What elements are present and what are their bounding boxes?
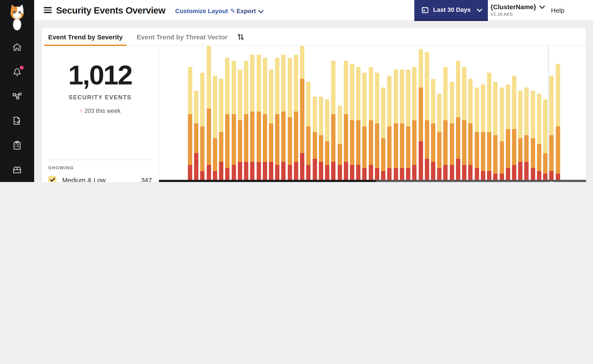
stacked-bar-day — [194, 91, 198, 180]
cluster-version: V1.26 AKS — [491, 11, 544, 17]
pencil-icon: ✎ — [230, 7, 235, 14]
stacked-bar-day — [462, 67, 466, 180]
stacked-bar-day — [344, 61, 348, 180]
stacked-bar-day — [319, 97, 323, 180]
showing-label: SHOWING — [48, 165, 74, 170]
sidebar-item-service-graph[interactable] — [0, 84, 34, 109]
severity-bars — [159, 46, 586, 180]
stacked-bar-day — [213, 76, 217, 180]
sidebar — [0, 0, 34, 182]
compliance-clipboard-icon — [12, 140, 22, 150]
calendar-icon — [421, 6, 429, 13]
stacked-bar-day — [313, 97, 317, 180]
chart-tabs: Event Trend by Severity Event Trend by T… — [42, 28, 586, 46]
legend-row-medium_low[interactable]: Medium & Low347 — [48, 173, 152, 182]
axis-month-band — [376, 180, 586, 182]
stacked-bar-day — [543, 99, 547, 180]
stacked-bar-day — [306, 82, 311, 180]
policies-edit-icon — [12, 116, 22, 126]
stacked-bar-day — [337, 105, 342, 180]
stacked-bar-day — [275, 58, 280, 180]
stacked-bar-day — [474, 87, 479, 180]
stacked-bar-day — [556, 64, 560, 180]
divider — [48, 160, 152, 160]
sidebar-item-policies[interactable] — [0, 109, 34, 133]
stacked-bar-day — [387, 76, 392, 180]
stacked-bar-day — [531, 91, 535, 180]
chart-settings-icon[interactable] — [237, 33, 244, 40]
stacked-bar-day — [506, 85, 510, 180]
stacked-bar-day — [250, 55, 255, 180]
stacked-bar-day — [350, 64, 354, 180]
calico-cat-logo[interactable] — [7, 4, 27, 32]
chevron-down-icon — [477, 6, 482, 12]
stacked-bar-day — [437, 94, 441, 180]
stacked-bar-day — [431, 79, 435, 180]
legend-label: Medium & Low — [62, 176, 141, 182]
customize-layout-link[interactable]: Customize Layout✎ — [175, 7, 235, 14]
stacked-bar-day — [481, 85, 485, 180]
stacked-bar-day — [487, 73, 491, 180]
stacked-bar-day — [375, 73, 379, 180]
chevron-down-icon — [258, 7, 264, 13]
stacked-bar-day — [362, 73, 367, 180]
stacked-bar-day — [412, 67, 417, 180]
stacked-bar-day — [381, 87, 385, 180]
weekly-delta: ↑203 this week — [42, 108, 159, 114]
stacked-bar-day — [263, 58, 267, 180]
stacked-bar-day — [468, 79, 473, 180]
sidebar-item-alerts[interactable] — [0, 59, 34, 84]
stacked-bar-day — [500, 87, 504, 180]
chart-date-axis: 151015202530NOVEMBER 2022151015202530DEC… — [159, 180, 586, 182]
up-arrow-icon: ↑ — [80, 108, 83, 114]
sidebar-item-compliance[interactable] — [0, 133, 34, 157]
sidebar-item-catalog[interactable] — [0, 157, 34, 182]
cluster-selector[interactable]: {ClusterName} V1.26 AKS — [491, 3, 544, 17]
notification-badge — [20, 66, 24, 70]
stacked-bar-day — [200, 73, 205, 180]
security-events-overview-page: Security Events Overview Customize Layou… — [0, 0, 593, 182]
stacked-bar-day — [518, 91, 522, 180]
stacked-bar-day — [281, 55, 286, 180]
help-link[interactable]: Help — [551, 6, 565, 14]
service-graph-icon — [12, 91, 22, 102]
stacked-bar-day — [219, 79, 223, 180]
stacked-bar-day — [425, 52, 429, 180]
catalog-box-icon — [12, 164, 22, 175]
medium_low-checkbox[interactable] — [48, 176, 56, 182]
sidebar-item-home[interactable] — [0, 35, 34, 59]
stacked-bar-day — [207, 46, 211, 180]
stacked-bar-day — [456, 61, 460, 180]
event-trend-card: Event Trend by Severity Event Trend by T… — [42, 28, 586, 182]
stacked-bar-day — [232, 61, 236, 180]
stacked-bar-day — [419, 49, 423, 180]
stacked-bar-day — [368, 67, 373, 180]
export-menu[interactable]: Export — [236, 7, 263, 14]
stacked-bar-day — [443, 67, 448, 180]
date-range-button[interactable]: Last 30 Days — [414, 0, 488, 21]
total-security-events: 1,012 — [42, 62, 159, 89]
axis-month-band — [159, 180, 376, 182]
stacked-bar-day — [549, 76, 554, 180]
severity-legend: Medium & Low347High102Critical563 — [48, 173, 152, 182]
legend-count: 347 — [141, 176, 152, 182]
severity-stats-panel: 1,012 SECURITY EVENTS ↑203 this week SHO… — [42, 46, 159, 182]
stacked-bar-day — [287, 58, 292, 180]
top-header: Security Events Overview Customize Layou… — [34, 0, 593, 21]
stacked-bar-day — [188, 67, 192, 180]
hamburger-menu-icon[interactable] — [44, 7, 52, 14]
stacked-bar-day — [244, 61, 248, 180]
sidebar-nav — [0, 35, 34, 182]
page-title: Security Events Overview — [56, 5, 165, 16]
tab-event-trend-by-severity[interactable]: Event Trend by Severity — [44, 28, 127, 46]
stacked-bar-day — [300, 46, 304, 180]
stacked-bar-day — [325, 99, 329, 180]
stacked-bar-day — [256, 55, 261, 180]
tab-event-trend-by-threat-vector[interactable]: Event Trend by Threat Vector — [133, 28, 232, 46]
stacked-bar-day — [537, 94, 541, 180]
stacked-bar-day — [269, 70, 273, 180]
stacked-bar-day — [400, 70, 404, 180]
stacked-bar-day — [238, 70, 242, 180]
selected-day-line — [548, 46, 549, 180]
home-icon — [12, 42, 22, 52]
